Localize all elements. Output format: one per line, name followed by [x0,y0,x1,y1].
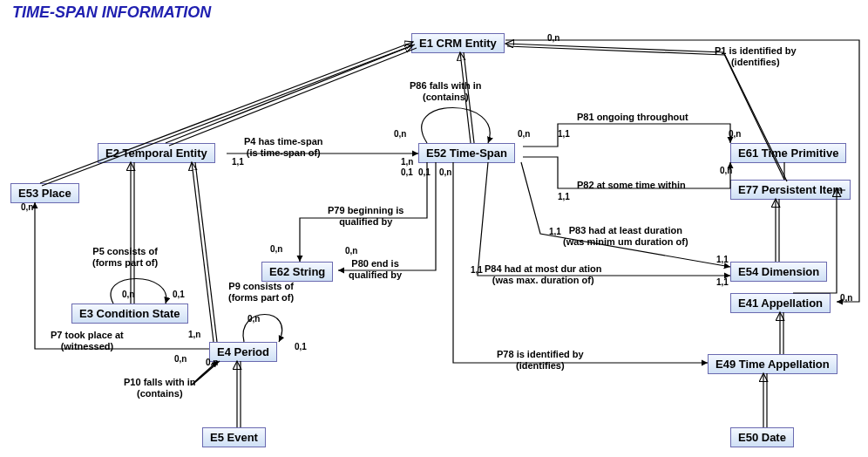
card: 1,n [188,330,200,339]
card: 0,n [729,129,741,139]
card: 0,n [547,33,559,43]
card: 0,n [439,167,451,177]
card: 1,1 [471,265,483,275]
entity-e62: E62 String [261,262,333,282]
entity-e3: E3 Condition State [71,304,188,324]
card: 0,n [345,246,357,256]
rel-p80: P80 end isqualified by [349,258,402,280]
card: 1,1 [716,255,729,264]
card: 1,n [401,157,413,167]
card: 1,1 [549,227,561,236]
rel-p82: P82 at some time within [577,180,686,191]
rel-p9: P9 consists of(forms part of) [228,281,294,303]
rel-p5: P5 consists of(forms part of) [92,246,158,268]
rel-p7: P7 took place at(witnessed) [51,330,124,351]
card: 0,n [122,290,134,299]
rel-p83: P83 had at least duration(was minim um d… [563,225,688,247]
card: 1,1 [716,277,729,287]
entity-e53: E53 Place [10,183,79,203]
rel-p4: P4 has time-span(is time-span of) [244,136,322,158]
card: 0,n [518,129,530,139]
entity-e54: E54 Dimension [730,262,827,282]
entity-e52: E52 Time-Span [418,143,515,163]
card: 1,1 [558,129,570,139]
entity-e4: E4 Period [209,342,277,362]
entity-e1: E1 CRM Entity [411,33,505,53]
card: 0,n [720,166,732,175]
rel-p1: P1 is identified by(identifies) [715,45,797,67]
rel-p84: P84 had at most dur ation(was max. durat… [485,263,601,285]
entity-e5: E5 Event [202,427,266,447]
entity-e77: E77 Persistent Item [730,180,851,200]
card: 1,1 [558,192,570,201]
rel-p81: P81 ongoing throughout [577,112,688,123]
card: 0,1 [173,290,185,299]
rel-p10: P10 falls with in(contains) [124,377,196,399]
entity-e61: E61 Time Primitive [730,143,846,163]
card: 0,n [840,293,852,303]
entity-e2: E2 Temporal Entity [98,143,215,163]
card: 0,n [248,314,260,324]
entity-e41: E41 Appellation [730,293,831,313]
rel-p79: P79 beginning isqualified by [328,205,403,227]
card: 0,1 [401,167,413,177]
card: 0,n [21,202,33,212]
card: 1,1 [232,157,244,167]
card: 0,n [174,354,186,364]
entity-e50: E50 Date [730,427,794,447]
card: 0,1 [418,167,431,177]
card: 0,n [206,358,218,367]
card: 0,1 [295,342,307,351]
card: 0,n [270,244,282,254]
diagram-title: TIME-SPAN INFORMATION [12,3,211,22]
rel-p86: P86 falls with in(contains) [410,80,482,102]
entity-e49: E49 Time Appellation [708,354,837,374]
rel-p78: P78 is identified by(identifies) [497,349,584,371]
card: 0,n [394,129,406,139]
